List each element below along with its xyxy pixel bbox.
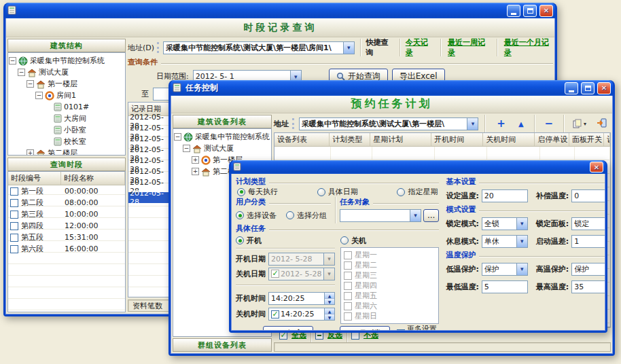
chevron-down-icon[interactable]	[410, 210, 421, 221]
minimize-button[interactable]	[565, 82, 578, 94]
copy-plan-button[interactable]: ▾	[569, 119, 590, 128]
comp-temp-input[interactable]: 0	[571, 189, 605, 202]
chevron-down-icon[interactable]	[516, 236, 527, 247]
dialog-titlebar[interactable]	[231, 160, 605, 174]
link-last-week-records[interactable]: 最近一周记录	[448, 37, 490, 58]
close-button[interactable]	[597, 82, 611, 94]
radio-power-on[interactable]: 开机	[236, 234, 335, 247]
maximize-button[interactable]	[523, 5, 537, 17]
tree-item[interactable]: 第二楼层	[9, 147, 124, 156]
radio-select-group[interactable]: 选择分组	[286, 211, 327, 221]
more-settings-toggle[interactable]: 更多设置>>	[397, 324, 440, 331]
weekday-item[interactable]: 星期日	[344, 311, 436, 321]
tree-item[interactable]: 房间1	[9, 90, 124, 101]
weekday-item[interactable]: 星期二	[344, 260, 436, 270]
lock-panel-select[interactable]: 锁定	[571, 217, 605, 230]
move-up-icon[interactable]: ▲	[513, 120, 529, 128]
weekday-item[interactable]: 星期四	[344, 280, 436, 291]
browse-button[interactable]: ...	[423, 209, 439, 222]
task-target-combobox[interactable]	[340, 209, 421, 222]
group-device-list-button[interactable]: 群组设备列表	[173, 338, 272, 352]
weekday-item[interactable]: 星期六	[344, 301, 436, 311]
chevron-down-icon[interactable]	[516, 218, 527, 230]
checkbox-unchecked[interactable]	[10, 222, 18, 230]
address-combobox[interactable]: 采暖集中节能控制系统\测试大厦\第一楼层\房间1\	[163, 41, 355, 54]
tree-item[interactable]: 采暖集中节能控制系统	[9, 55, 124, 67]
tree-item[interactable]: 大房间	[9, 113, 124, 124]
building-structure-header[interactable]: 建筑结构	[7, 39, 126, 52]
period-row[interactable]: 第四段12:00:00	[8, 220, 125, 232]
start-diff-input[interactable]: 1	[571, 235, 605, 248]
tree-item[interactable]: 0101#	[9, 101, 124, 113]
checkbox-unchecked[interactable]	[344, 251, 352, 259]
radio-select-device[interactable]: 选择设备	[236, 211, 277, 221]
period-row[interactable]: 第三段10:00:00	[8, 208, 125, 220]
radio-power-off[interactable]: 关机	[340, 234, 439, 247]
tree-item[interactable]: 测试大厦	[9, 67, 124, 78]
window2-titlebar[interactable]: 任务控制	[171, 80, 613, 96]
tree-collapse-icon[interactable]	[174, 133, 181, 141]
close-button[interactable]	[590, 162, 603, 172]
ok-button[interactable]: ✔确 定	[263, 326, 313, 331]
tree-item[interactable]: 校长室	[9, 136, 124, 147]
checkbox-unchecked[interactable]	[344, 282, 352, 290]
checkbox-unchecked[interactable]	[10, 234, 18, 242]
close-button[interactable]	[539, 5, 553, 17]
set-temp-input[interactable]: 20	[482, 189, 528, 202]
radio-daily[interactable]: 每天执行	[237, 187, 278, 197]
checkbox-unchecked[interactable]	[10, 187, 18, 196]
tree-collapse-icon[interactable]	[183, 145, 190, 152]
checkbox-unchecked[interactable]	[344, 272, 352, 280]
tree-collapse-icon[interactable]	[26, 80, 34, 88]
weekday-item[interactable]: 星期五	[344, 291, 436, 301]
tree-expand-icon[interactable]	[192, 168, 199, 175]
tree-item[interactable]: 第一楼层	[9, 78, 124, 90]
tree-expand-icon[interactable]	[192, 156, 199, 164]
remove-task-icon[interactable]: −	[539, 117, 559, 130]
weekday-item[interactable]: 星期一	[344, 250, 436, 260]
period-row[interactable]: 第六段16:00:00	[8, 243, 125, 255]
add-task-icon[interactable]: +	[491, 117, 511, 130]
tree-collapse-icon[interactable]	[18, 69, 25, 76]
tree-item[interactable]: 测试大厦	[174, 143, 270, 154]
checkbox-checked[interactable]	[271, 310, 279, 318]
checkbox-unchecked[interactable]	[10, 199, 18, 207]
chevron-down-icon[interactable]	[516, 263, 527, 275]
off-time-spinner[interactable]: 14:20:25▲▼	[268, 308, 335, 321]
checkbox-unchecked[interactable]	[344, 312, 352, 321]
max-temp-input[interactable]: 35	[571, 280, 605, 293]
min-temp-input[interactable]: 5	[482, 280, 528, 293]
tree-expand-icon[interactable]	[26, 149, 34, 156]
device-list-header[interactable]: 建筑设备列表	[173, 115, 272, 128]
weekday-listbox[interactable]: 星期一 星期二 星期三 星期四 星期五 星期六 星期日	[340, 247, 439, 324]
tree-item[interactable]: 小卧室	[9, 124, 124, 136]
maximize-button[interactable]	[581, 82, 595, 94]
rest-mode-select[interactable]: 单休	[482, 235, 528, 248]
radio-weekly[interactable]: 指定星期	[397, 187, 438, 197]
spinner-buttons[interactable]: ▲▼	[324, 308, 334, 320]
lock-mode-select[interactable]: 全锁	[482, 217, 528, 230]
chevron-down-icon[interactable]	[343, 42, 354, 54]
weekday-item[interactable]: 星期三	[344, 270, 436, 280]
period-row[interactable]: 第二段08:00:00	[8, 197, 125, 208]
checkbox-unchecked[interactable]	[344, 292, 352, 300]
minimize-button[interactable]	[507, 5, 520, 17]
checkbox-unchecked[interactable]	[344, 261, 352, 270]
tree-collapse-icon[interactable]	[35, 92, 43, 99]
link-today-records[interactable]: 今天记录	[406, 37, 433, 58]
chevron-down-icon[interactable]	[467, 118, 478, 130]
cancel-button[interactable]: ✖取 消	[340, 326, 390, 331]
toolbar-grip[interactable]	[292, 118, 294, 129]
spinner-buttons[interactable]: ▲▼	[324, 293, 334, 304]
period-row[interactable]: 第五段15:31:00	[8, 232, 125, 243]
query-period-header[interactable]: 查询时段	[7, 158, 126, 171]
period-row[interactable]: 第一段00:00:00	[8, 185, 125, 197]
link-last-month-records[interactable]: 最近一个月记录	[504, 37, 553, 58]
checkbox-unchecked[interactable]	[10, 211, 18, 219]
low-protect-select[interactable]: 保护	[482, 263, 528, 276]
exit-button[interactable]	[592, 118, 611, 130]
tree-item[interactable]: 采暖集中节能控制系统	[174, 131, 270, 143]
tree-collapse-icon[interactable]	[9, 57, 16, 65]
address-combobox[interactable]: 采暖集中节能控制系统\测试大厦\第一楼层\	[299, 117, 478, 130]
radio-specific-date[interactable]: 具体日期	[317, 187, 358, 197]
